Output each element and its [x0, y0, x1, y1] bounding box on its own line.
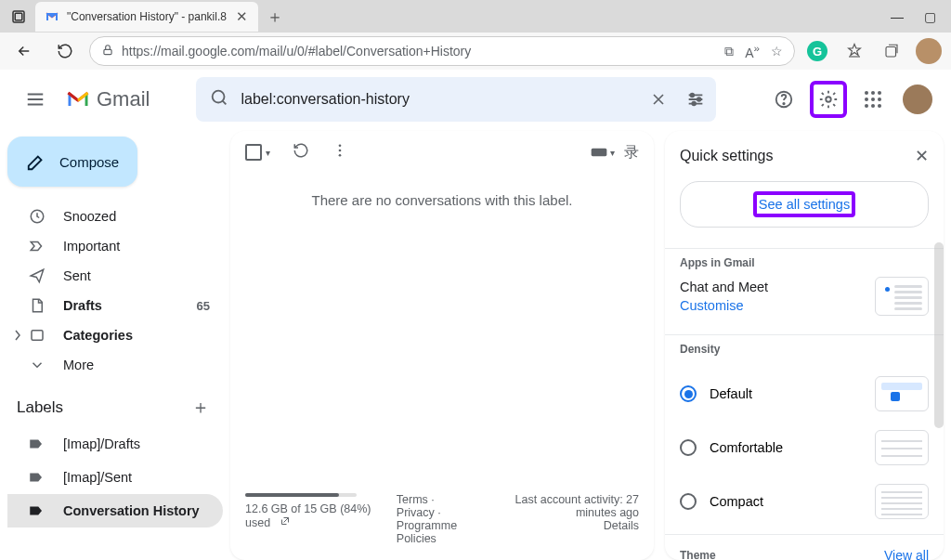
svg-rect-3 [886, 47, 896, 58]
compose-button[interactable]: Compose [7, 137, 137, 187]
more-actions-button[interactable] [332, 142, 348, 163]
avatar [903, 85, 932, 114]
minimize-button[interactable]: — [891, 9, 904, 24]
label-conversation-history[interactable]: Conversation History [7, 494, 223, 527]
browser-tab[interactable]: "Conversation History" - pankil.8 ✕ [35, 2, 258, 32]
radio-checked-icon [680, 385, 697, 402]
categories-icon [28, 326, 46, 345]
support-button[interactable] [765, 81, 802, 118]
new-tab-button[interactable]: ＋ [262, 4, 288, 30]
view-all-themes-link[interactable]: View all [884, 548, 929, 560]
activity-info: Last account activity: 27 minutes ago De… [494, 493, 639, 545]
grammarly-icon[interactable]: G [802, 36, 832, 66]
maximize-button[interactable]: ▢ [924, 9, 936, 24]
sidebar-item-drafts[interactable]: Drafts 65 [7, 291, 223, 320]
close-tab-icon[interactable]: ✕ [234, 9, 249, 24]
see-all-settings-button[interactable]: See all settings [680, 181, 929, 228]
density-preview [875, 430, 929, 465]
profile-button[interactable] [914, 36, 944, 66]
lock-icon [101, 44, 114, 59]
input-method-button[interactable]: ▾ [590, 146, 615, 159]
sent-icon [28, 267, 46, 285]
terms-link[interactable]: Terms [397, 493, 428, 506]
collections-icon[interactable] [877, 36, 906, 66]
gmail-icon [65, 86, 91, 112]
apps-section-title: Apps in Gmail [665, 249, 944, 277]
close-quick-settings-icon[interactable]: ✕ [915, 146, 929, 166]
chat-meet-title: Chat and Meet [680, 280, 875, 294]
chevron-down-icon: ▾ [266, 148, 270, 158]
sidebar-item-snoozed[interactable]: Snoozed [7, 202, 223, 231]
search-icon [209, 87, 229, 111]
search-bar[interactable] [196, 77, 716, 122]
radio-icon [680, 439, 697, 456]
label-imap-drafts[interactable]: [Imap]/Drafts [7, 427, 223, 461]
address-bar[interactable]: https://mail.google.com/mail/u/0/#label/… [89, 36, 795, 66]
label-imap-sent[interactable]: [Imap]/Sent [7, 461, 223, 494]
customise-link[interactable]: Customise [680, 298, 875, 313]
chat-meet-preview [875, 277, 929, 316]
labels-header: Labels ＋ [7, 380, 223, 427]
open-in-new-icon[interactable] [280, 516, 291, 529]
sidebar-item-important[interactable]: Important [7, 231, 223, 261]
privacy-link[interactable]: Privacy [397, 506, 435, 519]
select-all-checkbox[interactable]: ▾ [245, 144, 270, 161]
gmail-product-name: Gmail [97, 87, 150, 111]
search-options-icon[interactable] [684, 88, 707, 111]
back-button[interactable] [7, 36, 41, 66]
label-icon [28, 468, 46, 487]
message-footer: 12.6 GB of 15 GB (84%) used Terms · Priv… [230, 482, 654, 560]
theme-section-title: Theme [680, 549, 716, 560]
favorites-icon[interactable] [840, 36, 869, 66]
google-apps-button[interactable] [854, 81, 892, 118]
pencil-icon [26, 151, 46, 172]
add-label-button[interactable]: ＋ [191, 395, 210, 420]
density-section-title: Density [665, 335, 944, 363]
header-right [765, 81, 936, 118]
svg-rect-2 [104, 49, 111, 54]
svg-point-4 [213, 91, 225, 103]
tab-strip: "Conversation History" - pankil.8 ✕ ＋ — … [0, 0, 951, 33]
radio-icon [680, 493, 697, 510]
gmail-logo[interactable]: Gmail [65, 86, 150, 112]
drafts-icon [28, 296, 46, 315]
main-menu-button[interactable] [15, 79, 56, 120]
read-aloud-icon[interactable]: A» [745, 42, 760, 60]
window-controls: — ▢ [891, 9, 945, 24]
refresh-messages-button[interactable] [293, 142, 309, 163]
account-button[interactable] [899, 81, 936, 118]
scrollbar[interactable] [934, 242, 944, 428]
url-text: https://mail.google.com/mail/u/0/#label/… [122, 44, 471, 59]
tabs-overview-button[interactable] [6, 4, 32, 30]
svg-point-10 [826, 97, 831, 102]
sidebar: Compose Snoozed Important Sent Drafts [0, 129, 230, 560]
storage-info: 12.6 GB of 15 GB (84%) used [245, 493, 378, 545]
checkbox-icon [245, 144, 262, 161]
density-preview [875, 484, 929, 519]
gmail-header: Gmail [0, 70, 951, 129]
browser-chrome: "Conversation History" - pankil.8 ✕ ＋ — … [0, 0, 951, 70]
density-default[interactable]: Default [680, 367, 929, 421]
settings-button[interactable] [810, 81, 847, 118]
storage-bar [245, 493, 357, 497]
density-compact[interactable]: Compact [680, 475, 929, 528]
message-pane: ▾ ▾ 录 There are no convers [230, 131, 654, 560]
svg-point-9 [783, 103, 784, 104]
chat-meet-row: Chat and Meet Customise [665, 277, 944, 329]
quick-settings-title: Quick settings [680, 148, 773, 164]
toolbar-right: G [802, 36, 944, 66]
details-link[interactable]: Details [494, 519, 639, 532]
search-input[interactable] [241, 91, 636, 108]
svg-point-7 [693, 102, 697, 106]
clear-search-icon[interactable] [647, 88, 670, 111]
quick-settings-panel: Quick settings ✕ See all settings Apps i… [665, 131, 944, 560]
sidebar-item-sent[interactable]: Sent [7, 261, 223, 291]
sidebar-item-more[interactable]: More [7, 350, 223, 380]
link-icon[interactable]: ⧉ [724, 44, 734, 59]
browser-toolbar: https://mail.google.com/mail/u/0/#label/… [0, 33, 951, 70]
refresh-button[interactable] [48, 36, 82, 66]
policies-link[interactable]: Programme Policies [397, 519, 457, 545]
density-comfortable[interactable]: Comfortable [680, 421, 929, 475]
sidebar-item-categories[interactable]: Categories [7, 320, 223, 350]
favorite-icon[interactable]: ☆ [771, 44, 783, 59]
